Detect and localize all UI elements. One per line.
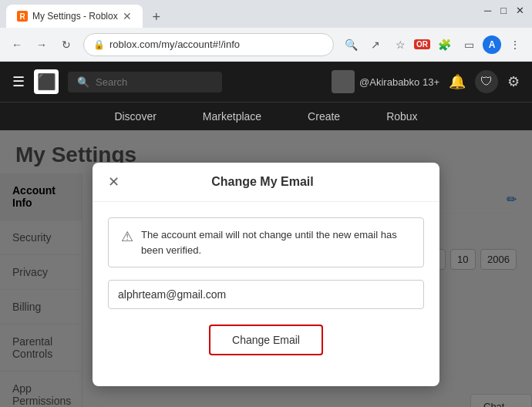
back-button[interactable]: ←: [6, 34, 28, 56]
nav-create[interactable]: Create: [308, 110, 340, 123]
forward-button[interactable]: →: [31, 34, 52, 56]
header-right: @Akirababko 13+ 🔔 🛡 ⚙: [332, 70, 520, 93]
share-icon[interactable]: ↗: [365, 34, 386, 56]
bookmark-icon[interactable]: ☆: [389, 34, 411, 56]
refresh-button[interactable]: ↻: [56, 34, 77, 56]
browser-tab[interactable]: R My Settings - Roblox ✕: [6, 5, 143, 28]
extensions-icon[interactable]: 🧩: [433, 34, 455, 56]
lock-icon: 🔒: [93, 39, 105, 50]
address-bar[interactable]: 🔒 roblox.com/my/account#!/info: [83, 33, 334, 56]
tab-title: My Settings - Roblox: [32, 11, 118, 22]
or-extension[interactable]: OR: [414, 39, 430, 49]
modal-overlay: ✕ Change My Email ⚠ The account email wi…: [0, 130, 532, 407]
browser-actions: 🔍 ↗ ☆ OR 🧩 ▭ A ⋮: [340, 34, 526, 56]
roblox-header: ☰ ⬛ 🔍 @Akirababko 13+ 🔔 🛡 ⚙: [0, 62, 532, 102]
address-text: roblox.com/my/account#!/info: [109, 39, 324, 50]
nav-marketplace[interactable]: Marketplace: [203, 110, 261, 123]
nav-robux[interactable]: Robux: [386, 110, 417, 123]
hamburger-menu[interactable]: ☰: [12, 73, 25, 90]
roblox-logo-icon: ⬛: [37, 72, 56, 91]
window-maximize-button[interactable]: □: [500, 5, 507, 16]
modal-body: ⚠ The account email will not change unti…: [93, 202, 439, 386]
notification-button[interactable]: 🔔: [449, 73, 466, 90]
search-icon[interactable]: 🔍: [340, 34, 362, 56]
search-icon: 🔍: [77, 76, 89, 88]
username-label: @Akirababko 13+: [359, 76, 439, 88]
tab-favicon: R: [17, 11, 28, 22]
warning-box: ⚠ The account email will not change unti…: [108, 217, 424, 267]
new-tab-button[interactable]: +: [146, 6, 167, 28]
window-minimize-button[interactable]: ─: [484, 5, 491, 16]
roblox-logo[interactable]: ⬛: [34, 69, 59, 94]
menu-icon[interactable]: ⋮: [504, 34, 526, 56]
modal-footer: Change Email: [108, 325, 424, 371]
modal-title: Change My Email: [120, 175, 406, 189]
modal-close-button[interactable]: ✕: [108, 173, 120, 190]
roblox-nav: Discover Marketplace Create Robux: [0, 102, 532, 130]
user-info: @Akirababko 13+: [332, 70, 439, 93]
window-close-button[interactable]: ✕: [516, 5, 524, 16]
change-email-modal: ✕ Change My Email ⚠ The account email wi…: [93, 163, 439, 386]
user-avatar: [332, 70, 355, 93]
warning-text: The account email will not change until …: [141, 227, 411, 257]
change-email-button[interactable]: Change Email: [209, 325, 323, 355]
search-input[interactable]: [96, 76, 213, 88]
browser-profile-avatar[interactable]: A: [483, 35, 501, 54]
email-input[interactable]: [108, 280, 424, 309]
warning-icon: ⚠: [121, 228, 133, 245]
shield-button[interactable]: 🛡: [475, 70, 498, 93]
search-bar[interactable]: 🔍: [68, 72, 222, 92]
sidebar-icon[interactable]: ▭: [458, 34, 480, 56]
modal-header: ✕ Change My Email: [93, 163, 439, 202]
nav-discover[interactable]: Discover: [114, 110, 156, 123]
address-bar-container: ← → ↻ 🔒 roblox.com/my/account#!/info 🔍 ↗…: [0, 28, 532, 62]
settings-gear-icon[interactable]: ⚙: [507, 73, 520, 90]
tab-close-button[interactable]: ✕: [123, 10, 132, 22]
